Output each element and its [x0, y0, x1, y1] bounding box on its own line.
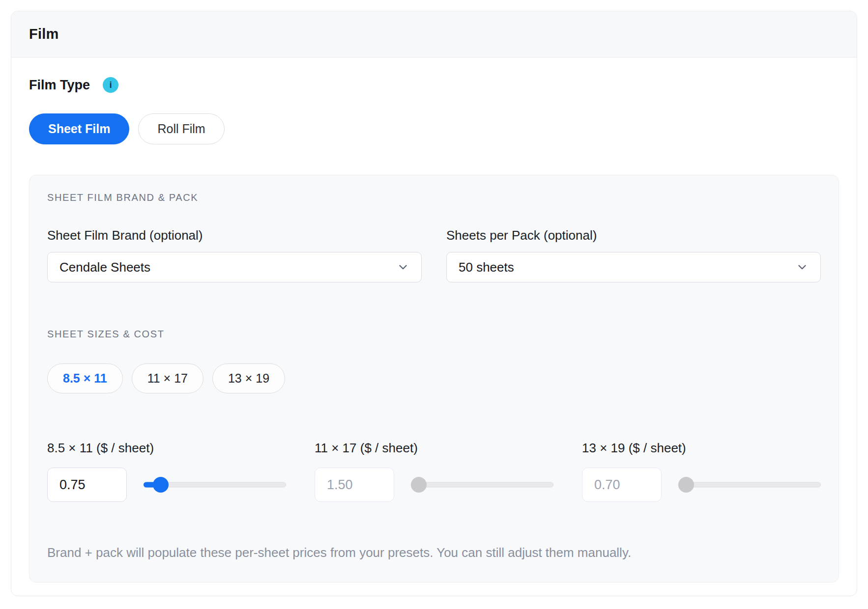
price-input-13x19[interactable]: [582, 468, 662, 502]
film-type-label: Film Type: [29, 78, 90, 93]
price-row: [582, 468, 821, 502]
price-grid: 8.5 × 11 ($ / sheet) 11 × 17 ($ / sheet): [47, 441, 821, 502]
price-label-11x17: 11 × 17 ($ / sheet): [315, 441, 553, 456]
sheet-film-button[interactable]: Sheet Film: [29, 113, 129, 144]
sheet-film-section: SHEET FILM BRAND & PACK Sheet Film Brand…: [29, 175, 839, 582]
pack-label: Sheets per Pack (optional): [446, 228, 821, 243]
price-row: [315, 468, 553, 502]
pack-select[interactable]: 50 sheets: [446, 252, 821, 282]
brand-pack-grid: Sheet Film Brand (optional) Cendale Shee…: [47, 228, 821, 282]
price-col-11x17: 11 × 17 ($ / sheet): [315, 441, 553, 502]
film-panel-header: Film: [11, 11, 857, 57]
price-slider-13x19[interactable]: [678, 476, 821, 493]
price-slider-8-5x11[interactable]: [144, 476, 286, 493]
price-input-8-5x11[interactable]: [47, 468, 127, 502]
price-label-8-5x11: 8.5 × 11 ($ / sheet): [47, 441, 286, 456]
size-pill-11x17[interactable]: 11 × 17: [132, 363, 203, 393]
chevron-down-icon: [796, 261, 809, 274]
roll-film-button[interactable]: Roll Film: [138, 113, 224, 144]
size-pill-row: 8.5 × 11 11 × 17 13 × 19: [47, 363, 821, 393]
price-label-13x19: 13 × 19 ($ / sheet): [582, 441, 821, 456]
brand-pack-heading: SHEET FILM BRAND & PACK: [47, 192, 821, 203]
brand-select-value: Cendale Sheets: [59, 260, 150, 275]
slider-thumb[interactable]: [678, 477, 694, 493]
info-icon[interactable]: i: [103, 77, 118, 93]
price-slider-11x17[interactable]: [411, 476, 553, 493]
slider-track: [411, 482, 553, 488]
page: Film Film Type i Sheet Film Roll Film SH…: [0, 0, 868, 607]
price-input-11x17[interactable]: [315, 468, 394, 502]
price-col-13x19: 13 × 19 ($ / sheet): [582, 441, 821, 502]
slider-thumb[interactable]: [411, 477, 427, 493]
brand-label: Sheet Film Brand (optional): [47, 228, 422, 243]
panel-title: Film: [29, 26, 839, 42]
film-panel-body: Film Type i Sheet Film Roll Film SHEET F…: [11, 57, 857, 596]
brand-field: Sheet Film Brand (optional) Cendale Shee…: [47, 228, 422, 282]
slider-track: [678, 482, 821, 488]
slider-thumb[interactable]: [153, 477, 169, 493]
film-panel: Film Film Type i Sheet Film Roll Film SH…: [11, 11, 857, 596]
size-pill-13x19[interactable]: 13 × 19: [212, 363, 285, 393]
brand-select[interactable]: Cendale Sheets: [47, 252, 422, 282]
chevron-down-icon: [397, 261, 409, 274]
sizes-cost-heading: SHEET SIZES & COST: [47, 329, 821, 340]
pack-select-value: 50 sheets: [459, 260, 514, 275]
film-type-toggle: Sheet Film Roll Film: [29, 113, 839, 144]
presets-note: Brand + pack will populate these per-she…: [47, 545, 821, 560]
pack-field: Sheets per Pack (optional) 50 sheets: [446, 228, 821, 282]
film-type-row: Film Type i: [29, 77, 839, 93]
size-pill-8-5x11[interactable]: 8.5 × 11: [47, 363, 123, 393]
price-col-8-5x11: 8.5 × 11 ($ / sheet): [47, 441, 286, 502]
price-row: [47, 468, 286, 502]
